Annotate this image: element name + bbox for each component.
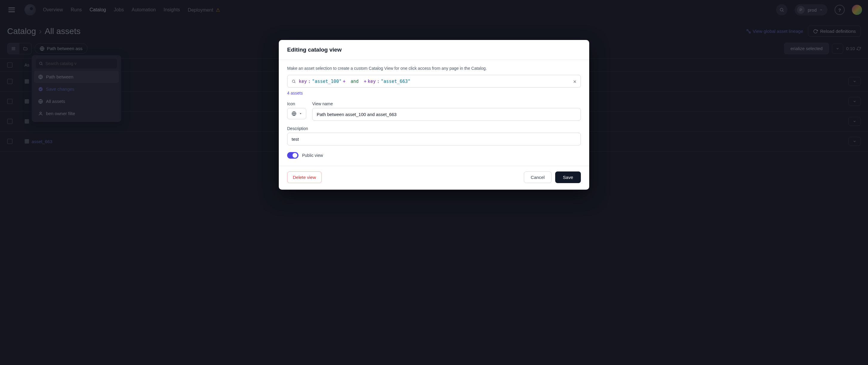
svg-point-38 <box>292 80 294 82</box>
search-icon <box>291 79 296 84</box>
asset-query-input[interactable]: key:"asset_100"+ and +key:"asset_663" ✕ <box>287 75 581 88</box>
clear-query-button[interactable]: ✕ <box>573 78 577 85</box>
icon-label: Icon <box>287 101 306 106</box>
view-name-label: View name <box>312 101 581 106</box>
svg-line-39 <box>294 82 296 83</box>
cancel-button[interactable]: Cancel <box>524 171 552 183</box>
svg-marker-42 <box>300 113 301 114</box>
globe-icon <box>291 111 297 116</box>
edit-catalog-view-modal: Editing catalog view Make an asset selec… <box>279 40 589 190</box>
save-button[interactable]: Save <box>555 171 581 183</box>
description-input[interactable] <box>287 133 581 145</box>
public-view-toggle[interactable] <box>287 152 299 159</box>
icon-selector[interactable] <box>287 108 306 119</box>
modal-description: Make an asset selection to create a cust… <box>287 66 581 71</box>
description-label: Description <box>287 126 581 131</box>
modal-title: Editing catalog view <box>279 40 589 60</box>
delete-view-button[interactable]: Delete view <box>287 171 322 183</box>
asset-count-link[interactable]: 4 assets <box>287 91 581 95</box>
view-name-input[interactable] <box>312 108 581 121</box>
chevron-down-icon <box>299 112 302 115</box>
public-view-label: Public view <box>302 153 323 158</box>
